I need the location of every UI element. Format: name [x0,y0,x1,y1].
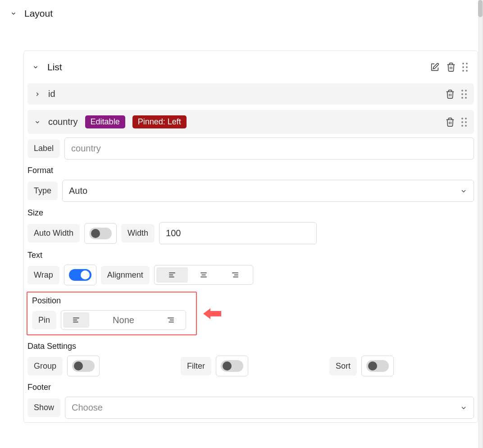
drag-handle-icon[interactable] [461,118,469,127]
filter-caption: Filter [181,357,211,375]
label-row: Label [27,137,474,160]
data-settings-heading: Data Settings [27,342,474,351]
layout-section-header[interactable]: Layout [0,0,483,23]
align-left-button[interactable] [156,267,188,283]
autowidth-toggle-wrap [84,223,117,244]
edit-icon[interactable] [430,62,440,72]
trash-icon[interactable] [445,89,455,99]
sort-toggle-wrap [361,356,394,376]
width-input[interactable] [159,222,317,244]
show-caption: Show [27,398,60,417]
badge-pinned: Pinned: Left [132,115,187,128]
pin-right-button[interactable] [158,312,184,328]
show-placeholder: Choose [72,402,103,413]
annotation-arrow-icon [203,307,221,320]
field-row-id[interactable]: id [27,83,474,105]
label-caption: Label [27,139,60,158]
position-row: Pin None [32,310,191,330]
data-settings-row: Group Filter Sort [27,356,474,376]
chevron-down-icon [460,404,467,411]
size-row: Auto Width Width [27,222,474,244]
trash-icon[interactable] [446,62,456,72]
autowidth-toggle[interactable] [89,228,112,239]
chevron-down-icon [460,187,467,195]
list-title: List [47,62,62,73]
width-caption: Width [121,224,155,242]
label-input[interactable] [64,137,474,160]
chevron-right-icon [34,91,41,98]
type-select[interactable]: Auto [62,180,474,202]
format-heading: Format [27,166,474,175]
badge-editable: Editable [85,115,125,128]
text-heading: Text [27,251,474,260]
position-heading: Position [32,296,191,306]
chevron-down-icon[interactable] [32,64,39,71]
layout-title: Layout [24,8,53,19]
format-type-row: Type Auto [27,180,474,202]
wrap-toggle-wrap [64,265,96,285]
type-caption: Type [27,182,58,200]
field-country-name: country [48,117,78,127]
scrollbar-track [478,0,483,448]
list-panel: List [23,50,478,423]
scrollbar-thumb[interactable] [478,0,483,17]
position-highlight: Position Pin None [27,292,197,335]
filter-toggle[interactable] [221,360,243,372]
wrap-toggle[interactable] [69,269,91,281]
group-toggle-wrap [67,356,100,376]
alignment-group [154,265,253,285]
field-row-country[interactable]: country Editable Pinned: Left [27,110,474,134]
field-settings: Label Format Type Auto Size [24,136,478,422]
filter-toggle-wrap [216,356,248,376]
list-header: List [24,51,478,83]
pin-group: None [61,310,186,330]
svg-marker-15 [203,308,221,319]
align-center-button[interactable] [188,267,219,283]
trash-icon[interactable] [445,117,455,127]
footer-row: Show Choose [27,397,474,419]
text-row: Wrap Alignment [27,265,474,285]
pin-caption: Pin [32,311,56,329]
show-select[interactable]: Choose [65,397,474,419]
alignment-caption: Alignment [101,266,150,284]
footer-heading: Footer [27,383,474,392]
chevron-down-icon [10,10,17,17]
pin-none-button[interactable]: None [89,312,158,328]
autowidth-caption: Auto Width [27,224,80,242]
page-root: Layout List [0,0,483,448]
group-caption: Group [27,357,63,375]
chevron-down-icon [34,119,41,126]
wrap-caption: Wrap [27,266,59,284]
drag-handle-icon[interactable] [462,63,470,72]
sort-toggle[interactable] [366,360,389,372]
sort-caption: Sort [329,357,357,375]
field-id-name: id [48,89,55,99]
drag-handle-icon[interactable] [461,90,469,99]
pin-left-button[interactable] [63,312,89,328]
type-value: Auto [69,186,87,196]
group-toggle[interactable] [72,360,95,372]
align-right-button[interactable] [219,267,251,283]
size-heading: Size [27,208,474,218]
